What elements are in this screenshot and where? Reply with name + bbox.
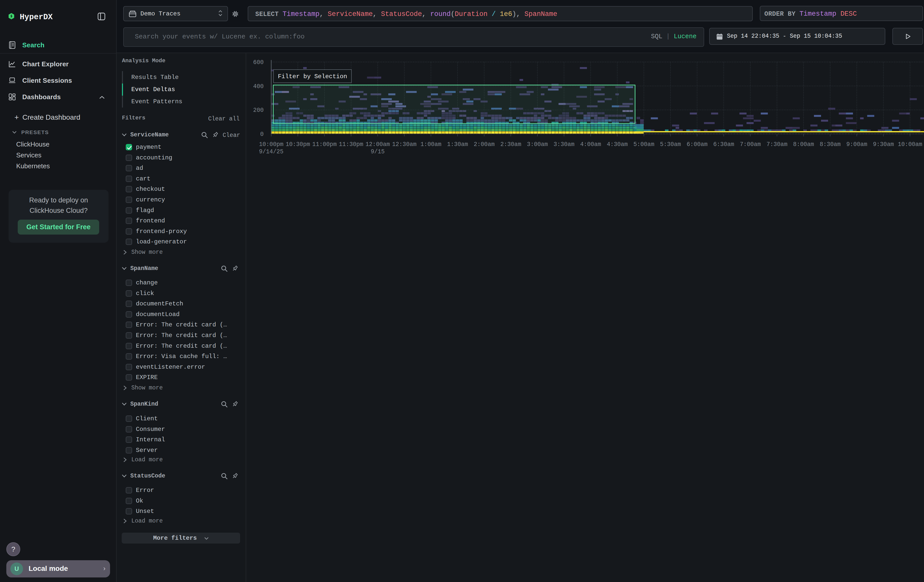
svg-text:200: 200 [253, 107, 264, 114]
svg-text:3:30am: 3:30am [554, 141, 574, 148]
svg-text:600: 600 [253, 59, 264, 66]
svg-text:7:00am: 7:00am [740, 141, 761, 148]
svg-text:6:00am: 6:00am [687, 141, 708, 148]
svg-text:11:00pm: 11:00pm [312, 141, 337, 148]
svg-text:8:30am: 8:30am [820, 141, 841, 148]
svg-text:12:30am: 12:30am [392, 141, 417, 148]
svg-text:9:30am: 9:30am [873, 141, 894, 148]
svg-text:2:30am: 2:30am [500, 141, 521, 148]
svg-text:400: 400 [253, 83, 264, 90]
svg-text:9/15: 9/15 [371, 148, 384, 155]
svg-text:12:00am: 12:00am [365, 141, 390, 148]
svg-text:1:00am: 1:00am [421, 141, 442, 148]
svg-text:4:00am: 4:00am [580, 141, 601, 148]
svg-text:1:30am: 1:30am [447, 141, 468, 148]
svg-text:0: 0 [260, 131, 264, 138]
svg-text:7:30am: 7:30am [766, 141, 787, 148]
svg-text:9/14/25: 9/14/25 [259, 148, 284, 155]
svg-text:4:30am: 4:30am [607, 141, 628, 148]
svg-text:Filter by Selection: Filter by Selection [278, 73, 347, 80]
svg-text:2:00am: 2:00am [474, 141, 495, 148]
svg-text:10:30pm: 10:30pm [285, 141, 310, 148]
svg-text:3:00am: 3:00am [527, 141, 548, 148]
svg-text:10:00pm: 10:00pm [259, 141, 284, 148]
svg-text:8:00am: 8:00am [793, 141, 814, 148]
svg-text:11:30pm: 11:30pm [339, 141, 363, 148]
svg-text:5:30am: 5:30am [660, 141, 681, 148]
svg-text:9:00am: 9:00am [846, 141, 867, 148]
svg-text:6:30am: 6:30am [713, 141, 734, 148]
svg-text:10:00am: 10:00am [898, 141, 922, 148]
svg-text:5:00am: 5:00am [633, 141, 654, 148]
